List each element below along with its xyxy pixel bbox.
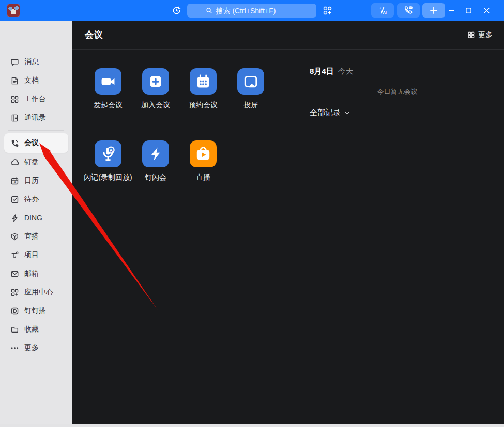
dingda-icon [10,307,19,315]
ai-assistant-button[interactable]: AI [371,3,394,18]
workbench-icon [10,95,19,104]
sidebar-item-待办[interactable]: 待办 [4,190,68,209]
todo-icon [10,195,19,204]
ding-icon [10,214,19,223]
sidebar-item-label: 文档 [24,76,39,85]
all-records-dropdown[interactable]: 全部记录 [310,108,485,118]
window-bottom-edge [0,424,504,427]
sidebar-item-label: 通讯录 [24,113,46,122]
sidebar-item-label: 会议 [24,138,39,148]
sidebar-item-label: DING [24,214,42,222]
top-bar: AI [0,0,504,21]
appcenter-icon [10,288,19,297]
live-tv-icon [190,140,217,167]
contacts-icon [10,114,19,122]
sidebar-item-label: 宜搭 [24,232,39,241]
video-call-button[interactable] [397,3,420,18]
action-label: 加入会议 [141,100,170,110]
dingtalk-window: AI 消息文档工作台通讯录会议钉盘4日历待办DING宜搭项目邮箱应用中心钉钉搭收… [0,0,504,427]
grid-icon [467,31,475,39]
sidebar-item-更多[interactable]: 更多 [4,339,68,357]
more-ellipsis-icon [10,344,19,353]
project-icon [10,251,19,260]
action-label: 发起会议 [94,100,123,110]
sidebar-item-label: 钉钉搭 [24,306,46,315]
sidebar-item-钉盘[interactable]: 钉盘 [4,153,68,171]
new-plus-button[interactable] [422,3,445,18]
sidebar-item-工作台[interactable]: 工作台 [4,90,68,108]
more-label: 更多 [478,30,493,40]
search-input[interactable] [216,7,299,15]
workspace-grid-icon[interactable] [322,5,333,16]
svg-text:4: 4 [14,180,16,183]
today-label: 今天 [338,67,354,76]
date-heading: 8月4日 今天 [310,67,485,76]
cloud-icon [10,158,19,167]
all-records-label: 全部记录 [310,108,341,118]
sidebar-item-收藏[interactable]: 收藏 [4,320,68,339]
more-button[interactable]: 更多 [467,30,493,40]
meeting-action-预约会议[interactable]: 预约会议 [179,68,227,110]
sidebar-item-日历[interactable]: 4日历 [4,171,68,190]
calendar-grid-icon [190,68,217,95]
meeting-action-闪记(录制回放)[interactable]: A闪记(录制回放) [84,140,132,182]
sidebar: 消息文档工作台通讯录会议钉盘4日历待办DING宜搭项目邮箱应用中心钉钉搭收藏更多 [0,21,72,424]
cast-icon [237,68,264,95]
sidebar-item-label: 待办 [24,195,39,204]
sidebar-item-会议[interactable]: 会议 [4,133,68,153]
meeting-action-钉闪会[interactable]: 钉闪会 [132,140,179,182]
search-box[interactable] [187,4,316,18]
sidebar-item-通讯录[interactable]: 通讯录 [4,108,68,127]
date-label: 8月4日 [310,67,334,76]
minimize-button[interactable] [445,4,458,17]
mail-icon [10,270,19,278]
video-camera-icon [95,68,121,95]
no-meetings-divider: 今日暂无会议 [310,87,485,97]
plus-square-icon [142,68,169,95]
bolt-icon [142,140,169,167]
no-meetings-text: 今日暂无会议 [377,87,418,97]
svg-text:AI: AI [383,10,387,15]
favorites-icon [10,325,19,334]
meeting-header: 会议 更多 [72,21,504,50]
sidebar-item-DING[interactable]: DING [4,209,68,227]
sidebar-item-项目[interactable]: 项目 [4,246,68,264]
sidebar-item-label: 钉盘 [24,157,39,167]
action-label: 预约会议 [189,100,218,110]
action-label: 投屏 [243,100,258,110]
sidebar-item-label: 项目 [24,250,39,260]
divider-line [425,92,485,92]
chevron-down-icon [344,109,350,116]
yida-icon [10,232,19,241]
sidebar-item-label: 收藏 [24,325,39,334]
sidebar-item-label: 日历 [24,176,39,185]
sidebar-item-label: 更多 [24,343,39,353]
action-label: 直播 [196,172,210,182]
mic-a-icon: A [95,140,121,167]
sidebar-divider [8,130,64,131]
maximize-button[interactable] [462,4,475,17]
history-icon[interactable] [171,5,182,16]
phone-icon [10,139,19,148]
meeting-action-加入会议[interactable]: 加入会议 [132,68,179,110]
avatar[interactable] [7,4,20,17]
sidebar-item-消息[interactable]: 消息 [4,53,68,71]
meeting-action-发起会议[interactable]: 发起会议 [84,68,132,110]
divider-line [310,92,370,92]
sidebar-item-label: 应用中心 [24,288,53,297]
meeting-action-投屏[interactable]: 投屏 [227,68,274,110]
meeting-action-直播[interactable]: 直播 [179,140,227,182]
sidebar-item-宜搭[interactable]: 宜搭 [4,227,68,246]
meeting-actions: 发起会议加入会议预约会议投屏A闪记(录制回放)钉闪会直播 [72,50,287,424]
action-label: 钉闪会 [145,172,166,182]
sidebar-item-应用中心[interactable]: 应用中心 [4,283,68,302]
chat-icon [10,58,19,67]
sidebar-item-钉钉搭[interactable]: 钉钉搭 [4,302,68,320]
meeting-panel: 会议 更多 发起会议加入会议预约会议投屏A闪记(录制回放)钉闪会直播 8月4日 … [72,21,504,424]
sidebar-item-邮箱[interactable]: 邮箱 [4,264,68,283]
svg-text:A: A [109,148,113,153]
meeting-schedule-panel: 8月4日 今天 今日暂无会议 全部记录 [287,50,504,424]
close-button[interactable] [480,4,493,17]
page-title: 会议 [85,29,103,41]
sidebar-item-文档[interactable]: 文档 [4,71,68,90]
